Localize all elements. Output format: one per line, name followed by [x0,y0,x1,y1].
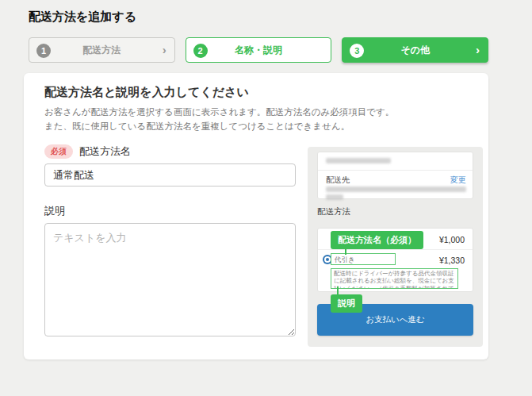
preview-method-label: 配送方法 [317,206,350,217]
page-title: 配送方法を追加する [29,10,136,25]
chevron-right-icon: › [476,44,480,56]
divider [318,170,473,171]
preview-option2-description: 配送時にドライバーが持参する品代金領収証に記載されるお支払い総額を、現金にてお支… [331,268,458,289]
step-1-label: 配送方法 [29,44,174,57]
preview-shipto-label: 配送先 [326,175,350,186]
redacted-phone-text [326,158,391,163]
stepper: 1 配送方法 › 2 名称・説明 3 その他 › [29,37,488,63]
redacted-address-text [326,186,466,192]
preview-address-card: 配送先 変更 [317,152,473,199]
step-2-name-description[interactable]: 2 名称・説明 [186,37,332,63]
description-callout-badge: 説明 [331,294,362,313]
name-field-label-row: 必須 配送方法名 [44,144,131,159]
divider [318,249,473,250]
step-3-other[interactable]: 3 その他 › [342,37,488,63]
description-field-label: 説明 [44,204,65,218]
step-3-label: その他 [343,44,488,57]
step-2-label: 名称・説明 [186,44,331,57]
step-2-number-badge: 2 [193,44,208,58]
section-heading: 配送方法名と説明を入力してください [44,85,249,100]
preview-option2-price: ¥1,330 [439,256,465,265]
checkout-preview-panel: 配送先 変更 配送方法 配送方法名（必須） ¥1,000 代引き ¥1,330 … [308,147,483,347]
section-description-line2: また、既に使用している配送方法名を重複してつけることはできません。 [44,121,350,131]
name-field-label: 配送方法名 [79,144,131,159]
step-1-shipping-method[interactable]: 1 配送方法 › [29,37,175,63]
step-1-number-badge: 1 [36,44,51,58]
preview-shipping-options-card: 配送方法名（必須） ¥1,000 代引き ¥1,330 配送時にドライバーが持参… [317,228,473,292]
section-description-line1: お客さんが配送方法を選択する画面に表示されます。配送方法名のみ必須項目です。 [44,107,394,117]
shipping-method-name-input[interactable] [44,163,296,186]
description-textarea[interactable] [44,223,296,336]
redacted-address-text [326,194,343,200]
section-description: お客さんが配送方法を選択する画面に表示されます。配送方法名のみ必須項目です。 ま… [44,105,394,134]
preview-option2-name: 代引き [331,253,396,265]
required-badge: 必須 [44,144,73,159]
preview-change-link: 変更 [450,175,466,186]
name-callout-badge: 配送方法名（必須） [331,231,423,249]
form-card: 配送方法名と説明を入力してください お客さんが配送方法を選択する画面に表示されま… [24,73,488,359]
chevron-right-icon: › [163,44,166,56]
preview-option1-price: ¥1,000 [439,235,465,244]
